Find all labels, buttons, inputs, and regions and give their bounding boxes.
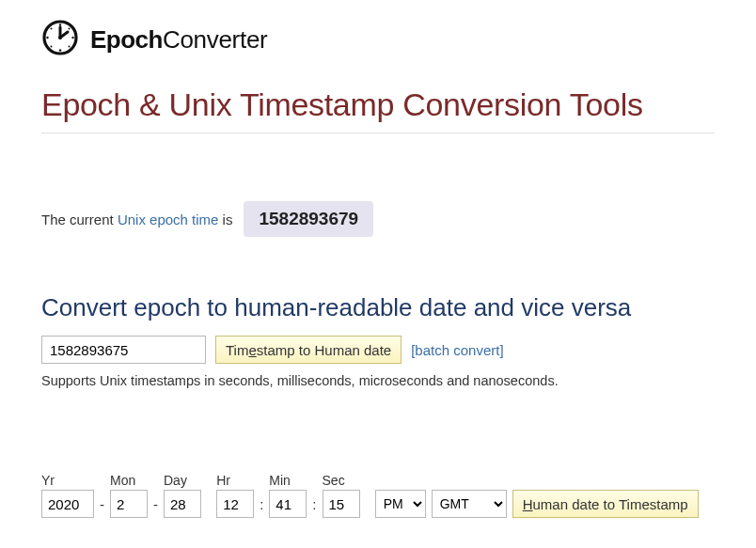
divider xyxy=(41,133,715,133)
logo-text: EpochConverter xyxy=(90,25,267,55)
minute-input[interactable] xyxy=(269,490,307,518)
sep-space xyxy=(207,496,211,518)
day-input[interactable] xyxy=(164,490,201,518)
section-title-convert: Convert epoch to human-readable date and… xyxy=(41,293,715,322)
label-hr: Hr xyxy=(216,473,254,488)
support-note: Supports Unix timestamps in seconds, mil… xyxy=(41,373,715,388)
svg-point-5 xyxy=(59,49,61,51)
label-yr: Yr xyxy=(41,473,94,488)
month-input[interactable] xyxy=(110,490,148,518)
sep-colon: : xyxy=(260,496,263,518)
sep-colon: : xyxy=(312,496,316,518)
ampm-select[interactable]: PM xyxy=(375,490,426,518)
page-title: Epoch & Unix Timestamp Conversion Tools xyxy=(41,86,715,123)
svg-point-6 xyxy=(46,37,48,39)
label-sec: Sec xyxy=(323,473,360,488)
current-epoch-row: The current Unix epoch time is 158289367… xyxy=(41,201,715,237)
label-min: Min xyxy=(269,473,307,488)
unix-epoch-time-link[interactable]: Unix epoch time xyxy=(118,211,219,227)
epoch-input[interactable] xyxy=(41,336,206,364)
sep-dash: - xyxy=(100,496,104,518)
svg-point-11 xyxy=(51,28,53,30)
svg-point-7 xyxy=(71,37,73,39)
timezone-select[interactable]: GMT xyxy=(432,490,507,518)
year-input[interactable] xyxy=(41,490,94,518)
label-mon: Mon xyxy=(110,473,148,488)
batch-convert-link[interactable]: [batch convert] xyxy=(411,342,503,358)
svg-point-10 xyxy=(69,46,71,48)
sep-space xyxy=(366,496,370,518)
svg-point-9 xyxy=(51,46,53,48)
clock-icon xyxy=(41,19,79,60)
current-epoch-value: 1582893679 xyxy=(244,201,373,237)
logo: EpochConverter xyxy=(41,19,715,60)
epoch-to-human-row: Timestamp to Human date [batch convert] xyxy=(41,336,715,364)
timestamp-to-human-button[interactable]: Timestamp to Human date xyxy=(215,336,402,364)
hour-input[interactable] xyxy=(216,490,254,518)
svg-point-8 xyxy=(69,28,71,30)
sep-dash: - xyxy=(153,496,158,518)
human-to-timestamp-button[interactable]: Human date to Timestamp xyxy=(512,490,699,518)
svg-point-4 xyxy=(59,23,61,25)
human-date-row: Yr - Mon - Day Hr : Min : Sec PM GMT Hum… xyxy=(41,473,715,518)
current-epoch-text: The current Unix epoch time is xyxy=(41,211,232,227)
label-day: Day xyxy=(164,473,201,488)
second-input[interactable] xyxy=(323,490,360,518)
